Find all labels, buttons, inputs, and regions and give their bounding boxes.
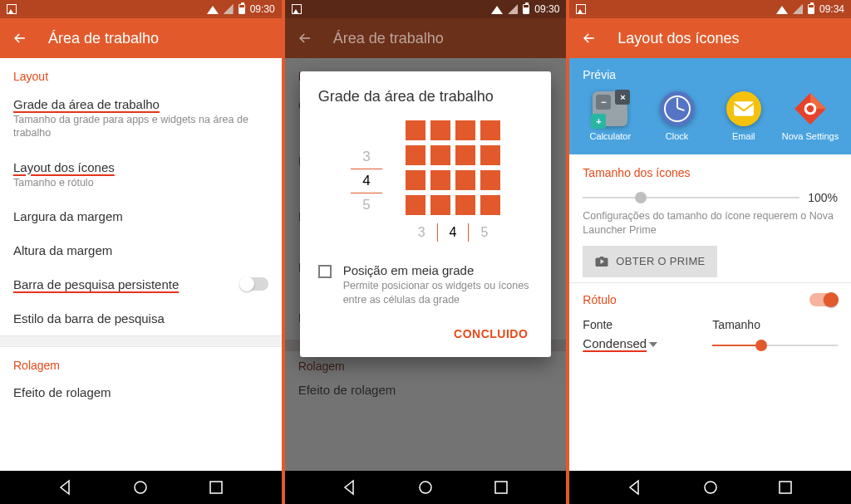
nav-back-button[interactable] [56,477,76,497]
preview-app-calculator: −×+ Calculator [581,91,639,141]
status-clock: 09:34 [819,3,844,15]
nav-home-button[interactable] [416,477,435,497]
cols-option[interactable]: 5 [469,223,499,242]
toggle-label-enabled[interactable] [809,293,838,306]
app-label: Nova Settings [782,131,839,141]
status-clock: 09:30 [534,3,559,15]
app-bar: Layout dos ícones [569,18,851,58]
battery-icon [523,4,529,14]
grid-dialog: Grade da área de trabalho 3 4 5 3 [300,71,552,357]
nav-home-button[interactable] [130,477,150,497]
done-button[interactable]: CONCLUIDO [449,321,533,347]
settings-list: Layout Grade da área de trabalho Tamanho… [0,58,282,471]
checkbox-half-grid[interactable] [318,265,332,278]
get-prime-button[interactable]: OBTER O PRIME [583,246,716,277]
app-label: Calculator [590,131,632,141]
item-title: Efeito de rolagem [13,385,268,399]
notification-icon [292,4,302,14]
dropdown-icon [649,342,657,347]
preview-app-clock: Clock [648,91,706,141]
nav-home-button[interactable] [701,477,721,497]
navigation-bar [0,471,282,504]
rows-option[interactable]: 5 [351,193,382,217]
cols-picker[interactable]: 3 4 5 [406,223,500,242]
nav-back-button[interactable] [340,477,360,497]
toggle-persistent-search[interactable] [240,277,268,291]
navigation-bar [285,471,567,504]
font-dropdown[interactable]: Condensed [583,336,674,350]
rows-picker[interactable]: 3 4 5 [351,145,382,217]
svg-rect-10 [780,482,791,493]
screen-workspace-settings: 09:30 Área de trabalho Layout Grade da á… [0,0,282,504]
font-label: Fonte [583,318,674,331]
item-margin-height[interactable]: Altura da margem [0,233,282,267]
status-clock: 09:30 [250,3,275,15]
signal-icon [508,4,518,14]
status-bar: 09:30 [285,0,567,18]
icon-layout-content: Prévia −×+ Calculator Clock Email [569,58,851,471]
preview-app-nova: Nova Settings [781,91,839,141]
item-icon-layout[interactable]: Layout dos ícones Tamanho e rótulo [0,150,282,199]
grid-editor: 3 4 5 3 4 5 [318,120,534,242]
rows-option[interactable]: 3 [351,145,382,169]
item-title: Altura da margem [13,243,268,257]
font-value: Condensed [583,336,647,350]
nav-recent-button[interactable] [491,477,511,497]
preview-label: Prévia [583,68,839,81]
preview-panel: Prévia −×+ Calculator Clock Email [569,58,851,154]
item-subtitle: Tamanho e rótulo [13,176,268,189]
app-bar: Área de trabalho [0,18,282,58]
signal-icon [793,4,803,14]
section-header-label: Rótulo [583,293,616,306]
svg-point-9 [705,482,716,493]
item-title: Barra de pesquisa persistente [13,277,240,291]
svg-point-2 [420,482,431,493]
item-scroll-effect[interactable]: Efeito de rolagem [0,375,282,409]
nav-recent-button[interactable] [775,477,795,497]
item-subtitle: Tamanho da grade para apps e widgets na … [13,113,268,140]
signal-icon [224,4,234,14]
icon-size-note: Configurações do tamanho do ícone requer… [583,209,838,237]
item-margin-width[interactable]: Largura da margem [0,199,282,233]
app-label: Clock [666,131,689,141]
clock-icon [660,91,695,126]
dialog-title: Grade da área de trabalho [318,88,534,105]
section-divider [0,335,282,347]
half-grid-subtitle: Permite posicionar os widgets ou ícones … [343,279,534,307]
app-bar-title: Layout dos ícones [617,30,739,47]
item-grid-size[interactable]: Grade da área de trabalho Tamanho da gra… [0,86,282,150]
battery-icon [808,4,814,14]
nav-recent-button[interactable] [206,477,226,497]
svg-rect-3 [495,482,507,493]
dialog-area: L G L L B E Rolagem Efeito de rolagem Gr… [285,58,567,471]
svg-point-8 [807,105,814,112]
item-persistent-search[interactable]: Barra de pesquisa persistente [0,267,282,301]
status-bar: 09:34 [569,0,851,18]
status-bar: 09:30 [0,0,282,18]
half-grid-option[interactable]: Posição em meia grade Permite posicionar… [318,263,534,307]
item-search-style[interactable]: Estilo da barra de pesquisa [0,301,282,335]
cols-option[interactable]: 3 [406,223,437,242]
wifi-icon [207,4,219,14]
icon-size-slider[interactable]: 100% [583,191,838,204]
half-grid-title: Posição em meia grade [343,263,534,277]
app-bar-title: Área de trabalho [48,30,159,47]
nav-back-button[interactable] [625,477,645,497]
section-header-scroll: Rolagem [0,347,282,375]
back-arrow-icon[interactable] [581,30,598,46]
svg-rect-1 [210,482,222,493]
app-bar-dimmed: Área de trabalho [285,18,567,58]
item-title: Largura da margem [13,209,268,223]
cols-option-selected[interactable]: 4 [437,223,470,242]
email-icon [726,91,761,126]
preview-app-email: Email [715,91,773,141]
calculator-icon: −×+ [593,91,627,126]
navigation-bar [569,471,851,504]
label-size-slider[interactable] [712,345,838,346]
notification-icon [576,4,586,14]
back-arrow-icon[interactable] [12,30,28,46]
app-label: Email [732,131,755,141]
app-bar-title: Área de trabalho [333,30,444,47]
rows-option-selected[interactable]: 4 [351,169,382,193]
nova-settings-icon [793,91,828,126]
